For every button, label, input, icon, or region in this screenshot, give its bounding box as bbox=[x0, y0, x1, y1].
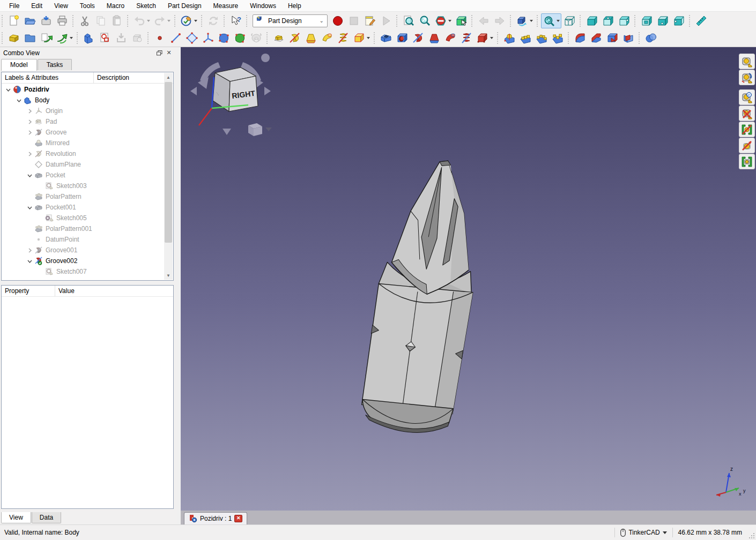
hole-button[interactable] bbox=[394, 31, 410, 46]
menu-sketch[interactable]: Sketch bbox=[130, 1, 162, 11]
tab-view[interactable]: View bbox=[1, 512, 31, 523]
make-sub-link-button[interactable] bbox=[54, 31, 75, 46]
measure-linear-button[interactable] bbox=[739, 54, 755, 69]
print-button[interactable] bbox=[54, 13, 70, 28]
menu-measure[interactable]: Measure bbox=[207, 1, 244, 11]
view-axonometric-button[interactable] bbox=[561, 13, 577, 28]
toggle-all-measurements-button[interactable] bbox=[739, 122, 755, 137]
zoom-fit-selection-button[interactable] bbox=[417, 13, 433, 28]
expander-open-icon[interactable] bbox=[25, 205, 34, 210]
tree-item-datumpoint[interactable]: DatumPoint bbox=[2, 234, 164, 245]
tree-item-polarpattern[interactable]: PolarPattern bbox=[2, 191, 164, 202]
datum-plane-button[interactable] bbox=[184, 31, 200, 46]
boolean-operation-button[interactable] bbox=[643, 31, 659, 46]
tree-item-sketch005[interactable]: Sketch005 bbox=[2, 213, 164, 223]
clipping-plane-button[interactable] bbox=[433, 13, 453, 28]
navigation-style-selector[interactable]: TinkerCAD bbox=[620, 529, 666, 537]
menu-part-design[interactable]: Part Design bbox=[162, 1, 207, 11]
chamfer-button[interactable] bbox=[588, 31, 604, 46]
revolution-button[interactable] bbox=[287, 31, 303, 46]
nav-back-button[interactable] bbox=[476, 13, 492, 28]
expander-open-icon[interactable] bbox=[14, 98, 23, 103]
view-isometric-button[interactable] bbox=[514, 13, 535, 28]
pad-button[interactable] bbox=[271, 31, 287, 46]
thickness-button[interactable] bbox=[620, 31, 636, 46]
fillet-button[interactable] bbox=[572, 31, 588, 46]
subtractive-primitive-button[interactable] bbox=[475, 31, 495, 46]
expander-closed-icon[interactable] bbox=[25, 152, 34, 156]
shapebinder-button[interactable] bbox=[216, 31, 232, 46]
measure-angular-button[interactable] bbox=[739, 70, 755, 85]
tree-item-polarpattern001[interactable]: PolarPattern001 bbox=[2, 223, 164, 234]
datum-line-button[interactable] bbox=[168, 31, 184, 46]
paste-button[interactable] bbox=[109, 13, 125, 28]
pocket-button[interactable] bbox=[378, 31, 394, 46]
view-rear-button[interactable] bbox=[639, 13, 655, 28]
create-group-button[interactable] bbox=[22, 31, 38, 46]
toggle-delta-measurement-button[interactable] bbox=[739, 154, 755, 169]
linear-pattern-button[interactable] bbox=[517, 31, 533, 46]
menu-help[interactable]: Help bbox=[282, 1, 307, 11]
tree-item-groove[interactable]: Groove bbox=[2, 127, 164, 138]
redo-button[interactable] bbox=[152, 13, 172, 28]
subtractive-helix-button[interactable] bbox=[458, 31, 475, 46]
scrollbar-thumb[interactable] bbox=[165, 82, 172, 243]
new-document-button[interactable] bbox=[6, 13, 22, 28]
mirrored-button[interactable] bbox=[501, 31, 517, 46]
float-panel-icon[interactable] bbox=[154, 49, 164, 57]
tree-item-groove001[interactable]: Groove001 bbox=[2, 245, 164, 256]
copy-button[interactable] bbox=[93, 13, 109, 28]
tab-tasks[interactable]: Tasks bbox=[38, 59, 72, 70]
validate-sketch-button[interactable] bbox=[129, 31, 145, 46]
box-zoom-button[interactable] bbox=[453, 13, 469, 28]
draft-button[interactable] bbox=[604, 31, 620, 46]
3d-viewport[interactable]: RIGHT … bbox=[181, 47, 756, 511]
macro-record-button[interactable] bbox=[330, 13, 346, 28]
view-top-button[interactable] bbox=[600, 13, 616, 28]
create-sketch-button[interactable] bbox=[97, 31, 113, 46]
measure-clear-button[interactable] bbox=[739, 106, 755, 121]
nav-forward-button[interactable] bbox=[492, 13, 508, 28]
zoom-fit-all-button[interactable] bbox=[401, 13, 417, 28]
scroll-down-icon[interactable]: ▼ bbox=[164, 271, 173, 280]
view-bottom-button[interactable] bbox=[655, 13, 671, 28]
create-part-button[interactable] bbox=[6, 31, 22, 46]
close-panel-icon[interactable]: ✕ bbox=[164, 49, 174, 57]
tab-model[interactable]: Model bbox=[1, 59, 37, 71]
tree-item-sketch007[interactable]: Sketch007 bbox=[2, 266, 164, 277]
tree-item-origin[interactable]: Origin bbox=[2, 106, 164, 116]
measure-ruler-button[interactable] bbox=[693, 13, 709, 28]
additive-loft-button[interactable] bbox=[303, 31, 319, 46]
groove-button[interactable] bbox=[410, 31, 426, 46]
resize-grip[interactable] bbox=[748, 532, 755, 539]
tree-item-sketch003[interactable]: Sketch003 bbox=[2, 181, 164, 191]
expander-open-icon[interactable] bbox=[4, 87, 12, 92]
additive-pipe-button[interactable] bbox=[319, 31, 335, 46]
polar-pattern-button[interactable] bbox=[533, 31, 550, 46]
view-left-button[interactable] bbox=[671, 13, 687, 28]
tree-item-pad[interactable]: Pad bbox=[2, 116, 164, 127]
tree-item-pocket001[interactable]: Pocket001 bbox=[2, 202, 164, 213]
additive-helix-button[interactable] bbox=[335, 31, 351, 46]
menu-tools[interactable]: Tools bbox=[74, 1, 101, 11]
local-cs-button[interactable] bbox=[200, 31, 216, 46]
tree-item-revolution[interactable]: Revolution bbox=[2, 148, 164, 159]
expander-open-icon[interactable] bbox=[25, 259, 34, 264]
measure-refresh-button[interactable] bbox=[739, 89, 755, 105]
whats-this-button[interactable]: ? bbox=[228, 13, 244, 28]
close-tab-icon[interactable]: ✕ bbox=[234, 515, 242, 522]
sub-shapebinder-button[interactable] bbox=[232, 31, 248, 46]
macro-edit-button[interactable] bbox=[362, 13, 378, 28]
tree-item-body[interactable]: Body bbox=[2, 95, 164, 106]
expander-closed-icon[interactable] bbox=[25, 248, 34, 253]
cut-button[interactable] bbox=[77, 13, 93, 28]
datum-point-button[interactable] bbox=[152, 31, 168, 46]
expander-open-icon[interactable] bbox=[25, 173, 34, 178]
tab-data[interactable]: Data bbox=[32, 512, 61, 523]
toggle-3d-measurement-button[interactable] bbox=[739, 138, 755, 153]
open-folder-button[interactable] bbox=[22, 13, 38, 28]
tree-item-pocket[interactable]: Pocket bbox=[2, 170, 164, 181]
undo-button[interactable] bbox=[131, 13, 152, 28]
subtractive-loft-button[interactable] bbox=[426, 31, 442, 46]
tree-item-groove002[interactable]: Groove002 bbox=[2, 256, 164, 266]
